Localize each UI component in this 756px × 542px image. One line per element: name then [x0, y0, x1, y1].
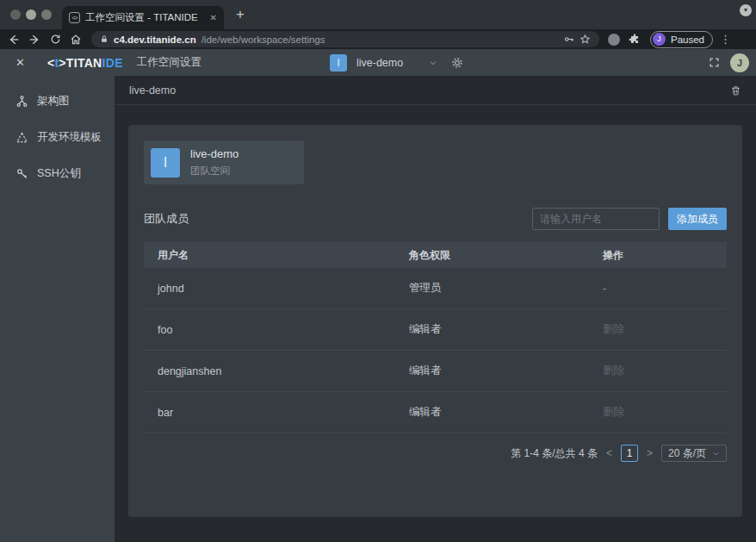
app-close-icon[interactable]: ✕	[15, 56, 25, 69]
breadcrumb: live-demo	[129, 84, 176, 97]
url-path: /ide/web/workspace/settings	[201, 34, 558, 45]
fullscreen-icon[interactable]	[709, 57, 720, 68]
lock-icon	[100, 34, 108, 44]
extensions-puzzle-icon[interactable]	[629, 34, 641, 46]
member-action: -	[589, 283, 727, 295]
window-minimize-button[interactable]	[26, 9, 36, 20]
settings-panel: l live-demo 团队空间 团队成员 添加成员 用户名	[128, 125, 742, 517]
branch-icon	[15, 95, 28, 108]
app-header: ✕ <t>TITANIDE 工作空间设置 l live-demo J	[0, 49, 756, 76]
pagination-next-icon[interactable]: >	[646, 447, 654, 459]
tab-title: 工作空间设置 - TITANIDE	[85, 11, 205, 24]
column-header-username: 用户名	[144, 248, 395, 263]
url-domain: c4.dev.titanide.cn	[114, 34, 196, 45]
sidebar-item-architecture[interactable]: 架构图	[0, 83, 115, 119]
key-icon	[15, 167, 28, 180]
pagination-prev-icon[interactable]: <	[605, 447, 613, 459]
pagination-summary: 第 1-4 条/总共 4 条	[511, 446, 598, 461]
members-toolbar: 团队成员 添加成员	[144, 208, 727, 230]
member-username: bar	[144, 407, 395, 419]
workspace-card-name: live-demo	[190, 147, 239, 160]
paused-label: Paused	[671, 34, 704, 45]
logo-main: TITAN	[66, 56, 102, 70]
browser-window: <> 工作空间设置 - TITANIDE ✕ + ▾ c4.dev.titani…	[0, 0, 756, 542]
delete-member-link[interactable]: 删除	[589, 364, 727, 378]
browser-profile-icon[interactable]: ▾	[740, 4, 752, 16]
pagination: 第 1-4 条/总共 4 条 < 1 > 20 条/页	[144, 445, 727, 462]
workspace-settings-gear-icon[interactable]	[451, 57, 463, 69]
browser-menu-kebab-icon[interactable]: ⋮	[720, 33, 731, 46]
sidebar-item-ssh-keys[interactable]: SSH公钥	[0, 155, 115, 191]
page-title: 工作空间设置	[137, 55, 201, 70]
add-member-button[interactable]: 添加成员	[668, 208, 727, 230]
delete-member-link[interactable]: 删除	[589, 322, 727, 337]
page-size-select[interactable]: 20 条/页	[661, 445, 727, 462]
delete-member-link[interactable]: 删除	[589, 405, 727, 420]
home-icon[interactable]	[65, 34, 86, 46]
page-size-value: 20 条/页	[668, 446, 706, 461]
breadcrumb-row: live-demo	[115, 76, 756, 105]
delete-workspace-trash-icon[interactable]	[730, 84, 741, 97]
table-header-row: 用户名 角色权限 操作	[144, 242, 727, 268]
browser-toolbar: c4.dev.titanide.cn /ide/web/workspace/se…	[0, 29, 756, 49]
workspace-name: live-demo	[356, 57, 403, 69]
tab-close-icon[interactable]: ✕	[210, 13, 217, 22]
window-zoom-button[interactable]	[41, 9, 52, 20]
table-row: foo 编辑者 删除	[144, 309, 727, 351]
logo-bracket-right: >	[59, 56, 65, 70]
bookmark-star-icon[interactable]	[579, 34, 591, 45]
workspace-avatar: l	[330, 54, 347, 72]
column-header-role: 角色权限	[395, 248, 589, 263]
sidebar-item-label: 开发环境模板	[37, 130, 102, 145]
username-input[interactable]	[532, 208, 660, 230]
reload-icon[interactable]	[45, 34, 65, 45]
member-username: foo	[144, 324, 395, 336]
window-close-button[interactable]	[10, 9, 21, 20]
workspace-card-type: 团队空间	[190, 165, 239, 178]
member-role: 编辑者	[395, 405, 589, 420]
member-role: 编辑者	[395, 322, 589, 337]
profile-avatar: J	[653, 33, 666, 46]
member-role: 编辑者	[395, 364, 589, 378]
sidebar-item-label: SSH公钥	[37, 166, 81, 181]
app-body: 架构图 开发环境模板 SSH公钥 live-demo	[0, 76, 756, 542]
table-row: dengjianshen 编辑者 删除	[144, 351, 727, 392]
table-row: bar 编辑者 删除	[144, 392, 727, 433]
table-row: johnd 管理员 -	[144, 268, 727, 309]
pagination-page-1[interactable]: 1	[621, 445, 638, 462]
tab-strip: <> 工作空间设置 - TITANIDE ✕ + ▾	[0, 0, 756, 29]
chevron-down-icon[interactable]	[429, 59, 437, 67]
column-header-action: 操作	[589, 248, 727, 263]
password-key-icon[interactable]	[563, 34, 574, 45]
debugger-paused-chip[interactable]: J Paused	[650, 31, 713, 48]
back-icon[interactable]	[3, 34, 24, 46]
header-right: J	[709, 53, 756, 72]
workspace-card-avatar: l	[151, 148, 180, 178]
new-tab-button[interactable]: +	[236, 7, 245, 22]
template-triangle-icon	[15, 131, 28, 144]
member-username: dengjianshen	[144, 365, 395, 377]
main-content: live-demo l live-demo 团队空间 团队成员	[115, 76, 756, 542]
sidebar-item-dev-env-template[interactable]: 开发环境模板	[0, 119, 115, 155]
sidebar-item-label: 架构图	[37, 94, 70, 109]
chevron-down-icon	[712, 450, 720, 458]
user-avatar[interactable]: J	[730, 53, 749, 72]
members-section-title: 团队成员	[144, 211, 189, 227]
members-table: 用户名 角色权限 操作 johnd 管理员 - foo 编辑者 删除	[144, 242, 727, 433]
member-username: johnd	[144, 283, 395, 295]
member-role: 管理员	[395, 281, 589, 296]
address-bar[interactable]: c4.dev.titanide.cn /ide/web/workspace/se…	[91, 31, 599, 47]
tab-favicon-icon: <>	[69, 12, 80, 23]
titanide-logo: <t>TITANIDE	[47, 56, 123, 70]
workspace-card: l live-demo 团队空间	[144, 140, 304, 184]
browser-tab[interactable]: <> 工作空间设置 - TITANIDE ✕	[62, 6, 224, 29]
workspace-switcher[interactable]: l live-demo	[330, 49, 463, 76]
sidebar: 架构图 开发环境模板 SSH公钥	[0, 76, 115, 542]
extension-icon[interactable]	[608, 34, 620, 46]
forward-icon[interactable]	[24, 34, 45, 46]
logo-accent: IDE	[102, 56, 123, 70]
